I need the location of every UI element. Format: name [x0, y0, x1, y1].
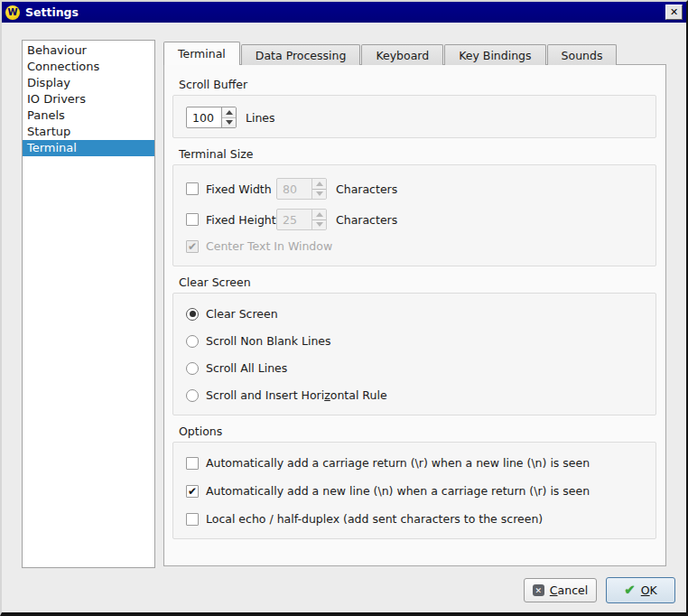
scroll-insert-rule-row: Scroll and Insert Horizontal Rule	[186, 388, 643, 402]
cancel-button-label: Cancel	[550, 583, 588, 597]
check-icon: ✔	[188, 241, 197, 252]
sidebar-item-io-drivers[interactable]: IO Drivers	[23, 91, 154, 107]
scroll-insert-rule-label: Scroll and Insert Horizontal Rule	[206, 388, 387, 402]
clear-screen-option-label: Clear Screen	[206, 307, 278, 321]
down-arrow-icon	[316, 191, 323, 196]
spin-up-button	[312, 179, 326, 190]
fixed-height-row: Fixed Height 25 Characters	[186, 209, 643, 230]
options-title: Options	[179, 425, 656, 438]
scroll-all-lines-row: Scroll All Lines	[186, 361, 643, 375]
fixed-width-checkbox[interactable]	[186, 182, 199, 195]
center-text-row: ✔ Center Text In Window	[186, 239, 643, 253]
fixed-width-spinbox: 80	[276, 178, 327, 200]
scroll-non-blank-label: Scroll Non Blank Lines	[206, 334, 331, 348]
close-button[interactable]: ✕	[665, 5, 683, 20]
auto-new-line-label: Automatically add a new line (\n) when a…	[206, 484, 590, 498]
sidebar-item-startup[interactable]: Startup	[23, 124, 154, 140]
clear-screen-group: Clear Screen Clear Screen Scroll Non Bla…	[172, 275, 656, 415]
sidebar-item-behaviour[interactable]: Behaviour	[23, 42, 154, 59]
scroll-non-blank-radio[interactable]	[186, 335, 199, 348]
fixed-height-unit-label: Characters	[336, 213, 397, 227]
scroll-all-lines-radio[interactable]	[186, 362, 199, 375]
up-arrow-icon	[226, 110, 233, 115]
fixed-height-spinbox: 25	[276, 209, 327, 230]
scroll-buffer-value: 100	[187, 107, 221, 127]
auto-carriage-return-label: Automatically add a carriage return (\r)…	[206, 456, 590, 470]
scroll-buffer-title: Scroll Buffer	[179, 78, 656, 91]
up-arrow-icon	[316, 182, 323, 186]
scroll-non-blank-row: Scroll Non Blank Lines	[186, 334, 643, 348]
ok-button[interactable]: ✔ OK	[606, 577, 675, 603]
fixed-width-row: Fixed Width 80 Characters	[186, 178, 643, 200]
fixed-height-value: 25	[277, 210, 311, 229]
tab-terminal[interactable]: Terminal	[163, 42, 240, 65]
auto-nl-row: ✔ Automatically add a new line (\n) when…	[186, 484, 643, 498]
local-echo-label: Local echo / half-duplex (add sent chara…	[206, 512, 543, 526]
window-title: Settings	[25, 5, 660, 19]
check-icon: ✔	[188, 486, 197, 497]
radio-dot-icon	[190, 311, 196, 317]
down-arrow-icon	[316, 222, 323, 227]
up-arrow-icon	[316, 212, 323, 217]
scroll-buffer-group: Scroll Buffer 100 Lines	[172, 78, 656, 138]
clear-screen-title: Clear Screen	[179, 275, 656, 289]
terminal-size-group: Terminal Size Fixed Width 80 Characte	[172, 147, 656, 266]
terminal-size-title: Terminal Size	[179, 147, 656, 161]
sidebar-item-terminal[interactable]: Terminal	[23, 140, 154, 156]
clear-screen-option-row: Clear Screen	[186, 307, 643, 321]
cancel-icon: ✕	[533, 584, 544, 596]
clear-screen-radio[interactable]	[186, 308, 199, 321]
auto-new-line-checkbox[interactable]: ✔	[186, 485, 199, 498]
tab-bar: Terminal Data Processing Keyboard Key Bi…	[163, 42, 618, 65]
spin-down-button[interactable]	[222, 118, 236, 128]
app-icon: W	[5, 5, 20, 20]
ok-button-label: OK	[641, 583, 657, 597]
scroll-insert-rule-radio[interactable]	[186, 389, 199, 402]
terminal-tab-panel: Scroll Buffer 100 Lines Terminal Size	[163, 64, 666, 566]
cancel-button[interactable]: ✕ Cancel	[524, 578, 597, 602]
tab-key-bindings[interactable]: Key Bindings	[444, 44, 545, 65]
fixed-width-value: 80	[277, 179, 311, 199]
fixed-width-unit-label: Characters	[336, 182, 397, 196]
scroll-buffer-spinbox[interactable]: 100	[186, 107, 237, 128]
scroll-all-lines-label: Scroll All Lines	[206, 361, 287, 375]
close-icon: ✕	[670, 6, 678, 18]
sidebar-item-connections[interactable]: Connections	[23, 59, 154, 75]
fixed-width-label: Fixed Width	[206, 182, 272, 196]
fixed-height-label: Fixed Height	[206, 213, 276, 227]
tab-keyboard[interactable]: Keyboard	[361, 44, 443, 65]
sidebar-item-display[interactable]: Display	[23, 75, 154, 91]
center-text-label: Center Text In Window	[206, 239, 332, 253]
spin-up-button[interactable]	[222, 107, 236, 118]
tab-sounds[interactable]: Sounds	[547, 44, 618, 65]
spin-down-button	[312, 220, 326, 230]
down-arrow-icon	[226, 120, 233, 125]
sidebar-item-panels[interactable]: Panels	[23, 107, 154, 124]
category-list: Behaviour Connections Display IO Drivers…	[22, 40, 155, 568]
spin-up-button	[312, 210, 326, 220]
ok-check-icon: ✔	[624, 583, 636, 597]
tab-data-processing[interactable]: Data Processing	[241, 44, 361, 65]
spin-down-button	[312, 190, 326, 200]
local-echo-checkbox[interactable]	[186, 513, 199, 526]
scroll-buffer-unit-label: Lines	[246, 111, 275, 125]
options-group: Options Automatically add a carriage ret…	[172, 425, 656, 539]
titlebar[interactable]: W Settings ✕	[2, 2, 686, 23]
auto-carriage-return-checkbox[interactable]	[186, 457, 199, 470]
auto-cr-row: Automatically add a carriage return (\r)…	[186, 456, 643, 470]
center-text-checkbox: ✔	[186, 240, 199, 253]
fixed-height-checkbox[interactable]	[186, 213, 199, 226]
local-echo-row: Local echo / half-duplex (add sent chara…	[186, 512, 643, 526]
settings-window: W Settings ✕ Behaviour Connections Displ…	[0, 0, 688, 616]
